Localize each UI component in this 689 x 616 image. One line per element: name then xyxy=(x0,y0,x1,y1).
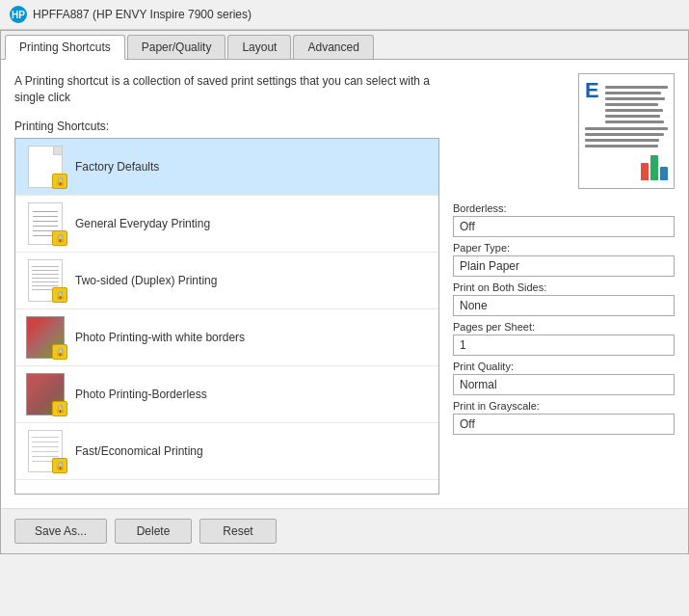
main-dialog: Printing Shortcuts Paper/Quality Layout … xyxy=(0,30,689,554)
reset-button[interactable]: Reset xyxy=(199,519,277,544)
pages-per-sheet-label: Pages per Sheet: xyxy=(453,321,675,333)
preview-line xyxy=(605,115,660,118)
hp-logo-icon: HP xyxy=(10,6,27,23)
print-quality-value: Normal xyxy=(453,374,675,395)
shortcut-icon-photo2: 🔒 xyxy=(23,372,67,416)
list-item[interactable]: 🔒 Fast/Economical Printing xyxy=(15,423,438,480)
lock-icon: 🔒 xyxy=(52,174,67,189)
shortcut-label: Two-sided (Duplex) Printing xyxy=(75,274,217,287)
list-item[interactable]: 🔒 Two-sided (Duplex) Printing xyxy=(15,253,438,309)
shortcut-label: Fast/Economical Printing xyxy=(75,444,203,458)
preview-chart xyxy=(641,155,668,180)
pages-per-sheet-value: 1 xyxy=(453,335,675,356)
paper-type-label: Paper Type: xyxy=(453,242,675,254)
paper-type-row: Paper Type: Plain Paper xyxy=(453,242,675,277)
preview-line xyxy=(605,103,659,106)
print-both-sides-label: Print on Both Sides: xyxy=(453,281,675,293)
preview-lines xyxy=(605,86,668,123)
borderless-row: Borderless: Off xyxy=(453,202,675,237)
preview-line xyxy=(605,92,662,94)
lock-icon: 🔒 xyxy=(52,230,67,246)
list-item[interactable]: 🔒 Factory Defaults xyxy=(15,139,438,196)
list-item[interactable]: 🔒 General Everyday Printing xyxy=(15,196,438,253)
save-as-button[interactable]: Save As... xyxy=(14,519,107,544)
chart-bar-green xyxy=(650,155,658,180)
shortcuts-label: Printing Shortcuts: xyxy=(14,120,439,133)
preview-line xyxy=(605,121,664,123)
borderless-label: Borderless: xyxy=(453,202,675,214)
print-both-sides-row: Print on Both Sides: None xyxy=(453,281,675,316)
list-item[interactable]: 🔒 Photo Printing-Borderless xyxy=(15,366,438,423)
preview-line xyxy=(585,133,664,136)
shortcut-label: Factory Defaults xyxy=(75,160,159,174)
tab-advanced[interactable]: Advanced xyxy=(293,35,373,59)
preview-letter: E xyxy=(585,80,599,101)
lock-icon: 🔒 xyxy=(52,401,67,416)
borderless-value: Off xyxy=(453,216,675,237)
lock-icon: 🔒 xyxy=(52,458,67,473)
button-bar: Save As... Delete Reset xyxy=(1,508,688,553)
print-preview: E xyxy=(578,73,675,189)
description-text: A Printing shortcut is a collection of s… xyxy=(14,73,439,106)
lock-icon: 🔒 xyxy=(52,287,67,303)
tab-paper-quality[interactable]: Paper/Quality xyxy=(127,35,226,59)
print-quality-row: Print Quality: Normal xyxy=(453,361,675,395)
shortcut-icon-fast: 🔒 xyxy=(23,429,67,473)
window-title: HPFFA887 (HP ENVY Inspire 7900 series) xyxy=(33,8,252,21)
print-both-sides-value: None xyxy=(453,295,675,316)
tab-bar: Printing Shortcuts Paper/Quality Layout … xyxy=(1,31,688,60)
shortcut-icon-twosided: 🔒 xyxy=(23,258,67,303)
shortcuts-list[interactable]: 🔒 Factory Defaults 🔒 General Everyday Pr… xyxy=(14,138,439,495)
print-quality-label: Print Quality: xyxy=(453,361,675,372)
preview-line xyxy=(585,145,658,147)
list-item[interactable]: 🔒 Photo Printing-with white borders xyxy=(15,309,438,366)
tab-layout[interactable]: Layout xyxy=(227,35,291,59)
paper-type-value: Plain Paper xyxy=(453,255,675,277)
lock-icon: 🔒 xyxy=(52,344,67,360)
preview-line xyxy=(585,127,668,130)
shortcut-icon-general: 🔒 xyxy=(23,201,67,246)
preview-line xyxy=(605,86,668,89)
preview-line xyxy=(585,139,659,142)
tab-printing-shortcuts[interactable]: Printing Shortcuts xyxy=(5,35,125,60)
delete-button[interactable]: Delete xyxy=(115,519,192,544)
preview-line xyxy=(605,109,663,112)
title-bar: HP HPFFA887 (HP ENVY Inspire 7900 series… xyxy=(0,0,689,30)
chart-bar-red xyxy=(641,163,649,180)
print-grayscale-value: Off xyxy=(453,414,675,435)
preview-line xyxy=(605,97,665,100)
shortcut-label: Photo Printing-with white borders xyxy=(75,331,245,344)
print-grayscale-label: Print in Grayscale: xyxy=(453,400,675,412)
left-panel: A Printing shortcut is a collection of s… xyxy=(14,73,439,495)
content-area: A Printing shortcut is a collection of s… xyxy=(1,60,688,508)
preview-lines-2 xyxy=(585,127,668,147)
shortcut-icon-factory: 🔒 xyxy=(23,145,67,189)
chart-bar-blue xyxy=(660,167,668,180)
shortcut-label: General Everyday Printing xyxy=(75,217,210,230)
right-panel: E xyxy=(453,73,675,495)
shortcut-label: Photo Printing-Borderless xyxy=(75,388,207,401)
print-grayscale-row: Print in Grayscale: Off xyxy=(453,400,675,435)
shortcut-icon-photo1: 🔒 xyxy=(23,315,67,360)
pages-per-sheet-row: Pages per Sheet: 1 xyxy=(453,321,675,356)
